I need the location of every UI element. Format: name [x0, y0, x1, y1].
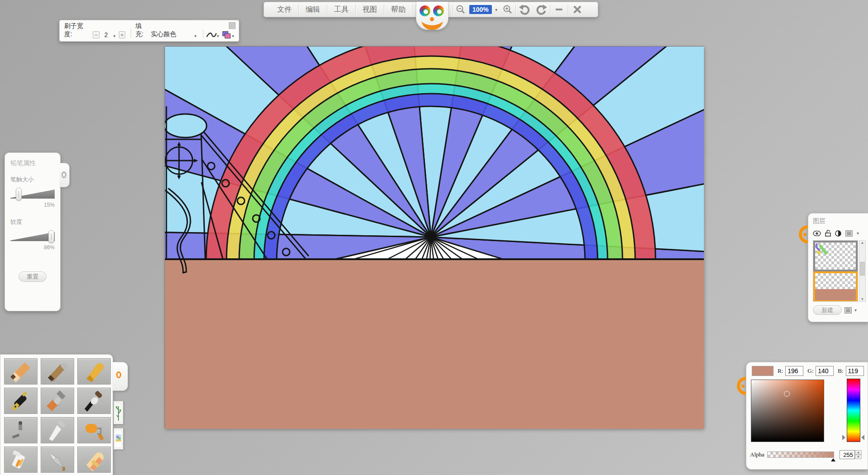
softness-label: 软度 [10, 218, 55, 226]
menu-edit[interactable]: 编辑 [299, 2, 327, 17]
menu-tools[interactable]: 工具 [327, 2, 355, 17]
brush-width-decrease-button[interactable]: − [93, 31, 99, 38]
zoom-in-button[interactable] [500, 2, 515, 17]
layer-menu-icon[interactable] [845, 230, 853, 237]
b-input[interactable] [846, 366, 864, 376]
redo-icon [536, 4, 547, 15]
minimize-button[interactable] [551, 2, 568, 17]
mascot-left-eye-icon[interactable] [420, 5, 430, 16]
zoom-out-button[interactable] [453, 2, 468, 17]
tool-paint-roller[interactable] [77, 417, 111, 443]
tool-flat-brush[interactable] [41, 388, 74, 414]
layer-color-thumbnail [815, 289, 856, 300]
tools-panel-tab[interactable] [113, 362, 128, 391]
alpha-marker[interactable] [831, 458, 835, 461]
stroke-size-handle[interactable] [16, 188, 22, 200]
tool-ink-brush-icon [80, 388, 108, 413]
hue-marker-left[interactable] [842, 435, 845, 440]
softness-value: 86% [10, 244, 55, 251]
brush-width-increase-button[interactable]: + [119, 31, 126, 38]
tool-fountain-pen[interactable] [4, 388, 38, 414]
layer-menu-caret[interactable]: ▾ [857, 231, 859, 236]
plant-stamp-tab[interactable] [113, 401, 123, 424]
r-label: R: [778, 367, 783, 375]
canvas[interactable] [165, 47, 704, 429]
stroke-style-caret[interactable]: ▾ [217, 33, 219, 38]
zoom-out-icon [456, 5, 466, 14]
tool-ink-brush[interactable] [77, 388, 111, 414]
mascot-right-eye-icon[interactable] [433, 5, 444, 16]
fill-value[interactable]: 实心颜色 [151, 30, 194, 38]
reset-button[interactable]: 重置 [19, 271, 47, 282]
layer-visibility-icon[interactable] [813, 231, 821, 236]
layer-item-color[interactable] [813, 271, 858, 302]
zoom-level-field[interactable]: 100% [469, 5, 492, 14]
b-label: B: [838, 367, 843, 375]
close-button[interactable] [568, 2, 586, 17]
tool-eraser-icon [80, 447, 108, 472]
fill-color-caret[interactable]: ▾ [232, 33, 234, 38]
softness-slider[interactable] [10, 231, 55, 242]
scroll-down-icon[interactable]: ▼ [861, 297, 864, 301]
sv-cursor[interactable] [784, 391, 790, 397]
tab-dot-icon [741, 385, 745, 388]
layer-blend-icon[interactable] [835, 230, 841, 237]
scroll-up-icon[interactable]: ▲ [861, 241, 864, 245]
zoom-dropdown-caret[interactable]: ▾ [493, 2, 500, 17]
tab-hole-icon [116, 371, 121, 378]
brush-width-caret[interactable]: ▾ [113, 33, 116, 38]
picture-stamp-tab[interactable] [113, 428, 123, 450]
layers-panel: 图层 ▾ [808, 213, 868, 322]
menu-view[interactable]: 视图 [356, 2, 384, 17]
brush-width-value[interactable]: 2 [101, 31, 112, 38]
tool-paint-tube[interactable] [4, 446, 38, 473]
layers-panel-title: 图层 [813, 217, 866, 225]
tool-crayon[interactable] [77, 358, 111, 385]
undo-button[interactable] [516, 2, 533, 17]
toolbar-grip[interactable] [229, 22, 236, 29]
layers-panel-tab[interactable] [799, 225, 808, 246]
scroll-thumb[interactable] [860, 262, 865, 276]
stroke-size-slider[interactable] [10, 188, 55, 200]
zoom-in-icon [503, 5, 513, 14]
alpha-slider[interactable] [767, 451, 834, 458]
r-input[interactable] [785, 366, 803, 376]
alpha-down-button[interactable]: ▼ [855, 455, 862, 459]
redo-button[interactable] [533, 2, 550, 17]
alpha-up-button[interactable]: ▲ [855, 450, 862, 455]
fill-color-icon[interactable] [222, 31, 230, 38]
minimize-icon [556, 9, 562, 10]
pencil-properties-panel: 铅笔属性 笔触大小 15% 软度 86% 重置 [5, 152, 61, 311]
layer-scrollbar[interactable]: ▲ ▼ [859, 240, 866, 302]
tab-hole-icon [61, 171, 66, 178]
alpha-gradient [768, 452, 834, 457]
hue-marker-right[interactable] [861, 435, 864, 440]
alpha-input[interactable] [840, 450, 855, 459]
layer-lock-icon[interactable] [825, 230, 831, 237]
menu-help[interactable]: 帮助 [384, 2, 412, 17]
new-layer-button[interactable]: 新建 [813, 305, 842, 315]
layers-options-icon[interactable] [844, 307, 852, 314]
tool-airbrush[interactable] [4, 417, 38, 443]
tool-palette-knife-icon [43, 418, 71, 443]
tool-pencil[interactable] [4, 358, 38, 385]
fill-caret[interactable]: ▾ [194, 33, 197, 38]
layers-options-caret[interactable]: ▾ [854, 308, 857, 313]
color-panel-tab[interactable] [737, 377, 746, 398]
menu-file[interactable]: 文件 [270, 2, 298, 17]
stroke-style-icon[interactable] [206, 31, 217, 38]
softness-handle[interactable] [48, 230, 54, 243]
separator [203, 29, 203, 38]
g-input[interactable] [816, 366, 834, 376]
saturation-value-box[interactable] [751, 380, 824, 442]
tool-palette-knife[interactable] [41, 417, 74, 443]
tool-dart-brush[interactable] [41, 446, 74, 473]
mascot-clown[interactable] [416, 2, 448, 30]
layer-toolbar: ▾ [813, 230, 866, 237]
hue-strip[interactable] [847, 379, 860, 442]
layer-item-sketch[interactable] [813, 241, 858, 271]
tool-eraser[interactable] [77, 446, 111, 473]
tool-charcoal-pencil[interactable] [41, 358, 74, 385]
tool-dart-brush-icon [43, 447, 71, 472]
pencil-panel-tab[interactable] [60, 163, 70, 187]
